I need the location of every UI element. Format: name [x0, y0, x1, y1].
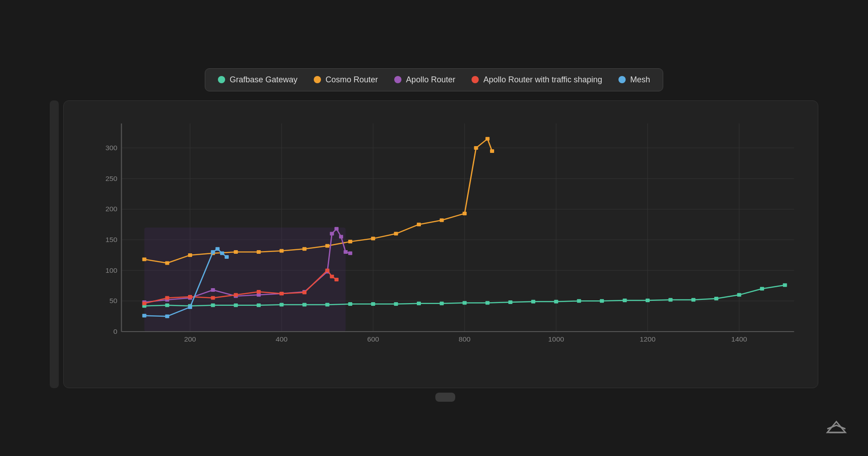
svg-text:0: 0	[113, 328, 118, 335]
svg-rect-53	[691, 298, 695, 301]
svg-rect-33	[234, 303, 238, 307]
svg-rect-51	[646, 299, 650, 302]
svg-text:800: 800	[459, 336, 471, 342]
svg-rect-103	[188, 305, 192, 309]
svg-rect-32	[211, 303, 215, 307]
legend-dot-apollo-ts	[472, 76, 479, 83]
svg-rect-71	[440, 218, 444, 222]
svg-rect-47	[554, 299, 558, 303]
chart-container: Grafbase GatewayCosmo RouterApollo Route…	[50, 55, 818, 402]
svg-rect-50	[623, 299, 627, 302]
svg-rect-74	[486, 137, 490, 140]
svg-rect-48	[577, 299, 581, 303]
svg-rect-39	[371, 302, 375, 306]
svg-rect-59	[165, 261, 169, 265]
svg-rect-90	[142, 301, 146, 305]
svg-text:1400: 1400	[731, 336, 747, 342]
svg-rect-57	[783, 283, 787, 287]
svg-rect-67	[348, 240, 352, 243]
svg-rect-46	[531, 299, 535, 303]
svg-rect-35	[279, 303, 283, 306]
legend-dot-cosmo	[314, 76, 321, 83]
chart-svg: 0501001502002503002004006008001000120014…	[91, 114, 804, 359]
svg-rect-52	[669, 298, 673, 301]
svg-rect-96	[279, 292, 283, 295]
svg-rect-49	[600, 299, 604, 303]
svg-text:600: 600	[367, 336, 379, 342]
svg-rect-44	[486, 301, 490, 304]
legend-item-mesh: Mesh	[618, 75, 650, 85]
svg-text:50: 50	[109, 298, 118, 304]
svg-text:150: 150	[105, 236, 117, 243]
svg-text:1000: 1000	[548, 336, 564, 342]
svg-rect-99	[330, 275, 334, 278]
svg-rect-42	[440, 301, 444, 305]
svg-rect-93	[211, 296, 215, 299]
svg-rect-62	[234, 250, 238, 254]
svg-rect-41	[417, 301, 421, 305]
svg-rect-43	[462, 301, 467, 304]
svg-rect-40	[394, 302, 398, 306]
legend-item-cosmo: Cosmo Router	[314, 75, 378, 85]
legend-label-cosmo: Cosmo Router	[326, 75, 378, 85]
legend-dot-mesh	[618, 76, 626, 83]
svg-rect-73	[474, 146, 478, 150]
svg-rect-56	[760, 287, 764, 290]
legend-label-apollo: Apollo Router	[406, 75, 455, 85]
svg-rect-34	[257, 303, 261, 307]
svg-rect-54	[714, 296, 718, 300]
legend: Grafbase GatewayCosmo RouterApollo Route…	[205, 68, 663, 91]
svg-rect-98	[326, 268, 330, 272]
svg-rect-68	[371, 237, 375, 240]
svg-rect-89	[348, 251, 352, 255]
svg-rect-36	[302, 303, 307, 306]
svg-rect-66	[326, 244, 330, 247]
svg-rect-106	[220, 251, 224, 255]
svg-rect-97	[302, 290, 307, 294]
svg-rect-55	[737, 293, 741, 296]
graph-wrapper: 0501001502002503002004006008001000120014…	[63, 100, 818, 388]
svg-rect-105	[216, 247, 220, 251]
svg-rect-58	[142, 257, 146, 261]
svg-rect-30	[165, 303, 169, 307]
svg-text:300: 300	[105, 144, 117, 151]
svg-rect-63	[257, 250, 261, 254]
legend-dot-apollo	[394, 76, 401, 83]
svg-rect-107	[225, 255, 229, 258]
svg-rect-65	[302, 247, 307, 251]
svg-rect-85	[330, 232, 334, 235]
svg-rect-72	[462, 211, 467, 215]
x-axis-label-container	[408, 393, 460, 402]
svg-rect-38	[348, 302, 352, 306]
svg-rect-92	[188, 294, 192, 298]
svg-rect-37	[326, 303, 330, 306]
x-axis-label	[435, 393, 455, 402]
svg-text:200: 200	[184, 336, 196, 342]
svg-text:250: 250	[105, 175, 117, 182]
legend-item-grafbase: Grafbase Gateway	[218, 75, 297, 85]
svg-rect-101	[142, 314, 146, 317]
svg-rect-94	[234, 293, 238, 296]
svg-rect-28	[144, 228, 345, 332]
svg-rect-70	[417, 223, 421, 226]
svg-rect-60	[188, 253, 192, 256]
chart-area: 0501001502002503002004006008001000120014…	[50, 100, 818, 388]
svg-rect-102	[165, 314, 169, 318]
legend-item-apollo-ts: Apollo Router with traffic shaping	[472, 75, 602, 85]
svg-rect-95	[257, 290, 261, 294]
svg-rect-100	[335, 278, 339, 281]
svg-rect-69	[394, 232, 398, 235]
grafbase-logo-icon	[823, 413, 850, 441]
legend-label-mesh: Mesh	[630, 75, 650, 85]
legend-dot-grafbase	[218, 76, 225, 83]
legend-label-apollo-ts: Apollo Router with traffic shaping	[483, 75, 602, 85]
svg-text:400: 400	[276, 336, 288, 342]
svg-rect-75	[490, 149, 494, 152]
svg-rect-88	[344, 250, 348, 254]
svg-text:200: 200	[105, 206, 117, 213]
legend-item-apollo: Apollo Router	[394, 75, 455, 85]
svg-rect-86	[335, 227, 339, 230]
svg-rect-87	[339, 235, 343, 238]
svg-rect-104	[211, 250, 215, 254]
svg-text:1200: 1200	[640, 336, 656, 342]
